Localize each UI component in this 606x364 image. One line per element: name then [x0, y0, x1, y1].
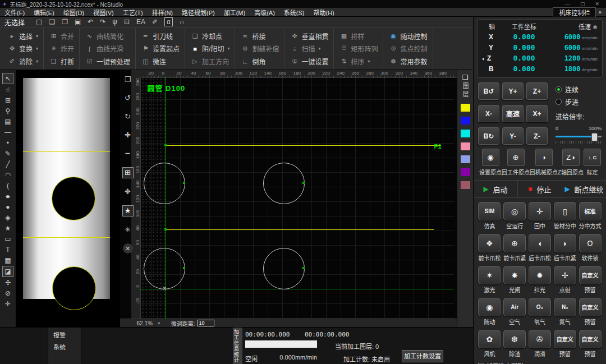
polygon-tool[interactable]: ◈ [3, 213, 13, 223]
ribbon-item[interactable]: ▷加工方向 [190, 56, 229, 67]
custom-button-4[interactable]: 自定义 [579, 330, 602, 348]
alarm-tab[interactable]: 报警 [53, 330, 81, 339]
menu-item-8[interactable]: 高级(A) [250, 8, 279, 17]
front-chuck-clamp-button[interactable]: ⊕ [503, 234, 526, 252]
layer-color-2[interactable] [461, 130, 470, 137]
dropdown-arrow-icon[interactable]: ▾ [368, 59, 370, 64]
ribbon-item[interactable]: ⊙焦点控制 [388, 43, 427, 54]
ellipse-tool[interactable]: ● [1, 191, 15, 201]
custom-button-2[interactable]: 自定义 [579, 298, 602, 316]
menu-item-4[interactable]: 工艺(T) [118, 8, 148, 17]
rectangle-tool[interactable]: ▭ [3, 234, 13, 244]
ribbon-item[interactable]: ≡扫描▾ [290, 43, 328, 54]
line-tool[interactable]: ― [3, 127, 13, 137]
ribbon-item[interactable]: ∟倒角 [240, 56, 279, 67]
spline-tool[interactable]: ✎ [3, 149, 13, 159]
system-tab[interactable]: 系统 [53, 342, 81, 351]
ribbon-item[interactable]: ✜垂直相贯 [290, 30, 328, 42]
return-center-button[interactable]: ✛ [529, 202, 551, 220]
calibrate-button[interactable]: ∟C [584, 149, 601, 166]
ribbon-item[interactable]: ▦排样 [339, 30, 378, 42]
star-tool[interactable]: ★ [3, 223, 13, 233]
speed-gear-icon[interactable]: ☸ [593, 24, 598, 30]
marquee-icon[interactable]: ⊡ [124, 18, 130, 26]
node-merge-icon[interactable]: ψ [112, 18, 117, 26]
machining-stats-tab[interactable]: 加工信息统计 [233, 328, 242, 364]
select-tool[interactable]: ↖ [2, 73, 13, 84]
point-tool[interactable]: • [3, 138, 13, 148]
maximize-button[interactable]: ▢ [580, 1, 585, 7]
ribbon-item[interactable]: ✐消除▾ [7, 56, 38, 67]
radio-unselected-icon[interactable] [556, 99, 562, 105]
ribbon-item[interactable]: ◉随动控制 [388, 30, 427, 42]
layers-icon[interactable]: ❏ [462, 73, 469, 81]
ribbon-item[interactable]: ∿曲线简化 [85, 30, 130, 42]
ribbon-item[interactable]: ⚑设置起点 [141, 43, 180, 54]
undo-icon[interactable]: ↶ [88, 18, 93, 26]
dry-run-button[interactable]: ◎ [503, 202, 526, 220]
arc-mode-icon[interactable]: ∩ [180, 18, 185, 26]
lubricate-button[interactable]: ✇ [529, 330, 551, 348]
menu-item-2[interactable]: 绘图(D) [59, 8, 89, 17]
oxygen-button[interactable]: O₂ [529, 298, 551, 316]
jog-button-y[interactable]: Y+ [502, 82, 524, 100]
menu-item-3[interactable]: 视图(V) [89, 8, 118, 17]
custom-button-1[interactable]: 自定义 [579, 266, 602, 284]
ribbon-item[interactable]: ⇅排序▾ [339, 56, 378, 67]
jog-button-z[interactable]: Z- [526, 127, 548, 145]
ribbon-item[interactable]: ▸选择▾ [7, 30, 38, 42]
red-light-button[interactable]: ✹ [529, 266, 551, 284]
software-lock-button[interactable]: Ω [579, 234, 602, 252]
fan-button[interactable]: ✿ [478, 330, 501, 348]
close-overlay-icon[interactable]: ✕ [123, 243, 133, 254]
layer-color-3[interactable] [461, 142, 470, 150]
ribbon-item[interactable]: ✳炸开 [49, 43, 74, 54]
zoom-extents-tool[interactable]: ⊞ [3, 95, 13, 105]
arc-tool[interactable]: ◠ [3, 170, 13, 180]
jog-button-x[interactable]: X- [478, 105, 499, 122]
expand-icon[interactable]: ✥ [123, 187, 133, 197]
axis-select-icon[interactable]: ◐ [482, 56, 485, 62]
node-edit-tool[interactable]: ✣ [3, 278, 13, 288]
segment-tool[interactable]: ╱ [3, 159, 13, 169]
dropdown-arrow-icon[interactable]: ▾ [36, 59, 38, 64]
paste-tool[interactable]: ▦ [3, 255, 13, 265]
ruler-tool[interactable]: ▤ [3, 117, 13, 127]
text-tool[interactable]: T [3, 245, 13, 255]
zoom-out-icon[interactable]: ━ [123, 149, 133, 159]
jog-button-x[interactable]: X+ [526, 105, 548, 122]
follow-button[interactable]: ◉ [478, 298, 501, 316]
circle-tool[interactable]: ● [3, 202, 13, 212]
count-settings-button[interactable]: 加工计数设置 [402, 350, 443, 362]
laser-button[interactable]: ✶ [478, 266, 501, 284]
front-chuck-loosen-button[interactable]: ❖ [478, 234, 501, 252]
chevron-right-icon[interactable]: » [598, 9, 602, 15]
arc-3pt-tool[interactable]: ( [3, 181, 13, 191]
alpha-mode-icon[interactable]: α [164, 17, 173, 26]
jog-button-z[interactable]: Z+ [526, 82, 548, 100]
rotate-cw-icon[interactable]: ↻ [123, 112, 133, 122]
measure-icon[interactable]: EA [136, 18, 145, 26]
ribbon-item[interactable]: ⊞合并 [49, 30, 74, 42]
z-axis-origin-button[interactable]: Z◑ [562, 149, 580, 166]
start-button[interactable]: ▶启动 [474, 181, 518, 197]
shutter-button[interactable]: ✸ [503, 266, 526, 284]
feed-rate-slider[interactable] [556, 132, 602, 140]
crosshair-tool[interactable]: ✛ [3, 299, 13, 309]
nudge-distance-input[interactable]: 10 [198, 320, 214, 326]
dropdown-arrow-icon[interactable]: ▾ [318, 46, 320, 51]
ribbon-item[interactable]: ①一键设置 [290, 56, 328, 67]
menu-item-5[interactable]: 排样(N) [148, 8, 177, 17]
save-icon[interactable]: ▣ [75, 18, 81, 26]
set-origin-button[interactable]: ◉ [482, 149, 499, 166]
close-button[interactable]: ✕ [595, 1, 599, 7]
snap-icon[interactable]: ✳ [123, 225, 133, 235]
view-3d-icon[interactable]: ❒ [123, 75, 133, 85]
new-file-icon[interactable]: ▢ [36, 18, 42, 26]
ribbon-item[interactable]: ❏打断 [49, 56, 74, 67]
jog-button-b[interactable]: B↻ [478, 127, 499, 145]
air-button[interactable]: Air [503, 298, 526, 316]
menu-item-0[interactable]: 文件(F) [0, 8, 29, 17]
minimize-button[interactable]: — [565, 1, 570, 7]
layer-color-0[interactable] [461, 104, 470, 112]
